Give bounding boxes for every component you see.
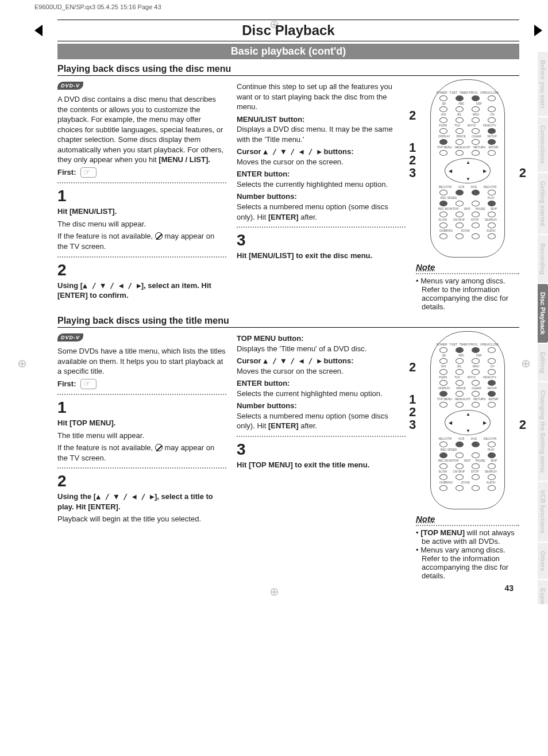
divider	[57, 394, 226, 395]
button-desc: MENU/LIST button:Displays a DVD disc men…	[237, 114, 406, 145]
step-body: Hit [TOP MENU] to exit the title menu.	[237, 460, 406, 470]
step-number: 2	[57, 262, 226, 278]
step-body: Using [▲ / ▼ / ◀ / ▶], select an item. H…	[57, 281, 226, 301]
remote-control-icon: POWERT-SETTIMER PROG.OPEN/CLOSE .@/:ABCD…	[430, 331, 505, 509]
prohibit-icon	[155, 232, 163, 240]
button-desc: Cursor ▲ / ▼ / ◀ / ▶ buttons:Moves the c…	[237, 147, 406, 167]
col2-intro: Continue this step to set up all the fea…	[237, 82, 406, 112]
note-title: Note	[416, 514, 519, 524]
button-desc: TOP MENU button:Displays the 'Title menu…	[237, 333, 406, 354]
step-number: 3	[237, 232, 406, 248]
divider	[237, 227, 406, 228]
remote-diagram: 2 1 2 3 2 POWERT-SETTIMER PROG.OPEN/CLOS…	[416, 79, 519, 258]
section-heading: Playing back discs using the disc menu	[57, 64, 519, 76]
button-desc: Cursor ▲ / ▼ / ◀ / ▶ buttons:Moves the c…	[237, 356, 406, 376]
note-item: [TOP MENU] will not always be active wit…	[416, 528, 519, 546]
note-title: Note	[416, 262, 519, 272]
callout-number: 2	[409, 108, 416, 123]
divider	[57, 182, 226, 183]
button-desc: ENTER button:Selects the current highlig…	[237, 378, 406, 398]
step-body: The title menu will appear.	[57, 431, 226, 441]
step-title: Hit [MENU/LIST].	[57, 206, 226, 217]
divider	[237, 436, 406, 437]
step-number: 3	[237, 442, 406, 458]
callout-number: 3	[409, 417, 416, 432]
remote-control-icon: POWERT-SETTIMER PROG.OPEN/CLOSE .@/:ABCD…	[430, 79, 505, 258]
page-title: Disc Playback	[57, 20, 519, 41]
section-heading: Playing back discs using the title menu	[57, 316, 519, 328]
note-item: Menus vary among discs. Refer to the inf…	[416, 546, 519, 580]
step-body: Playback will begin at the title you sel…	[57, 514, 226, 524]
first-label: First:	[57, 167, 226, 178]
first-label: First:	[57, 379, 226, 390]
hand-pointer-icon	[80, 167, 97, 178]
button-desc: ENTER button:Selects the currently highl…	[237, 169, 406, 189]
note-box: Note [TOP MENU] will not always be activ…	[416, 514, 519, 580]
note-item: Menus vary among discs. Refer to the inf…	[416, 277, 519, 311]
dvd-badge-icon: DVD-V	[57, 333, 83, 341]
intro-text: A DVD disc contains a disc menu that des…	[57, 94, 226, 165]
step-body: Using the [▲ / ▼ / ◀ / ▶], select a titl…	[57, 492, 226, 512]
dpad-icon: ▲ ▼ ◀ ▶	[445, 158, 491, 183]
callout-number: 2	[519, 166, 526, 181]
step-title: Hit [TOP MENU].	[57, 418, 226, 428]
callout-number: 2	[519, 417, 526, 432]
note-box: Note Menus vary among discs. Refer to th…	[416, 262, 519, 311]
step-number: 1	[57, 400, 226, 416]
step-body: Hit [MENU/LIST] to exit the disc menu.	[237, 251, 406, 261]
step-note: If the feature is not available, may app…	[57, 231, 226, 251]
step-body: The disc menu will appear.	[57, 219, 226, 229]
page-title-bar: Disc Playback	[57, 20, 519, 41]
button-desc: Number buttons:Selects a numbered menu o…	[237, 191, 406, 222]
divider	[57, 467, 226, 469]
remote-diagram: 2 1 2 3 2 POWERT-SETTIMER PROG.OPEN/CLOS…	[416, 331, 519, 509]
callout-number: 2	[409, 360, 416, 375]
step-number: 1	[57, 188, 226, 204]
callout-number: 3	[409, 166, 416, 181]
divider	[57, 256, 226, 258]
step-note: If the feature is not available, may app…	[57, 443, 226, 463]
dpad-icon: ▲ ▼ ◀ ▶	[445, 410, 491, 435]
hand-pointer-icon	[80, 379, 97, 389]
button-desc: Number buttons:Selects a numbered menu o…	[237, 401, 406, 431]
page-subtitle: Basic playback (cont'd)	[57, 44, 519, 59]
registration-mark-icon: ⊕	[269, 585, 279, 598]
dvd-badge-icon: DVD-V	[57, 82, 83, 90]
intro-text: Some DVDs have a title menu, which lists…	[57, 346, 226, 377]
prohibit-icon	[155, 444, 163, 451]
file-header: E9600UD_EN/SP.qx3 05.4.25 15:16 Page 43	[0, 0, 548, 20]
page-number: 43	[57, 584, 519, 593]
step-number: 2	[57, 473, 226, 489]
